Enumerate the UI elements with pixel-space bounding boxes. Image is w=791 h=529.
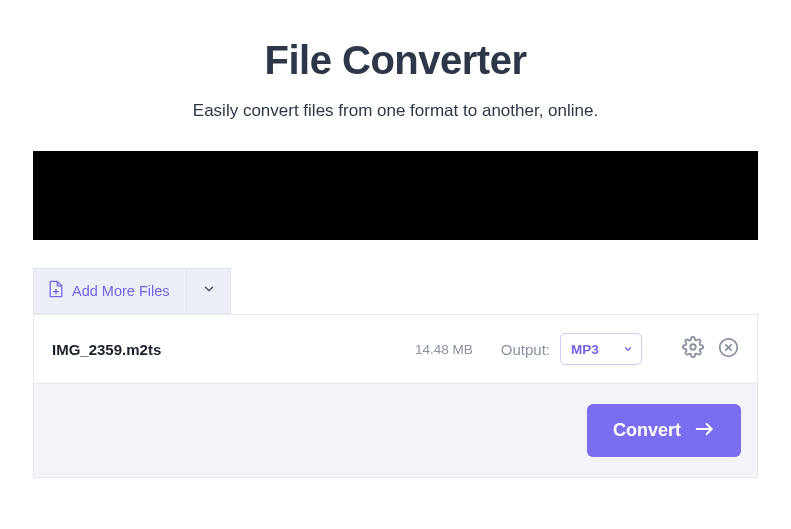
close-circle-icon [718,337,739,362]
add-more-files-dropdown[interactable] [186,269,230,313]
page-title: File Converter [0,38,791,83]
file-size: 14.48 MB [415,342,473,357]
remove-file-button[interactable] [718,337,739,362]
file-row: IMG_2359.m2ts 14.48 MB Output: MP3 [33,314,758,384]
convert-button-label: Convert [613,420,681,441]
gear-icon [682,336,704,362]
footer-bar: Convert [33,384,758,478]
chevron-down-icon [623,340,633,358]
settings-button[interactable] [682,336,704,362]
page-subtitle: Easily convert files from one format to … [0,101,791,121]
output-label: Output: [501,341,550,358]
add-more-files-label: Add More Files [72,283,170,299]
output-format-select[interactable]: MP3 [560,333,642,365]
ad-banner [33,151,758,240]
output-format-value: MP3 [571,342,599,357]
convert-button[interactable]: Convert [587,404,741,457]
add-more-files-group: Add More Files [33,268,231,314]
add-more-files-button[interactable]: Add More Files [34,269,186,313]
file-plus-icon [48,280,64,302]
chevron-down-icon [202,282,216,300]
file-name: IMG_2359.m2ts [52,341,161,358]
svg-point-2 [690,344,696,350]
arrow-right-icon [695,420,715,441]
main-panel: Add More Files IMG_2359.m2ts 14.48 MB Ou… [33,151,758,478]
